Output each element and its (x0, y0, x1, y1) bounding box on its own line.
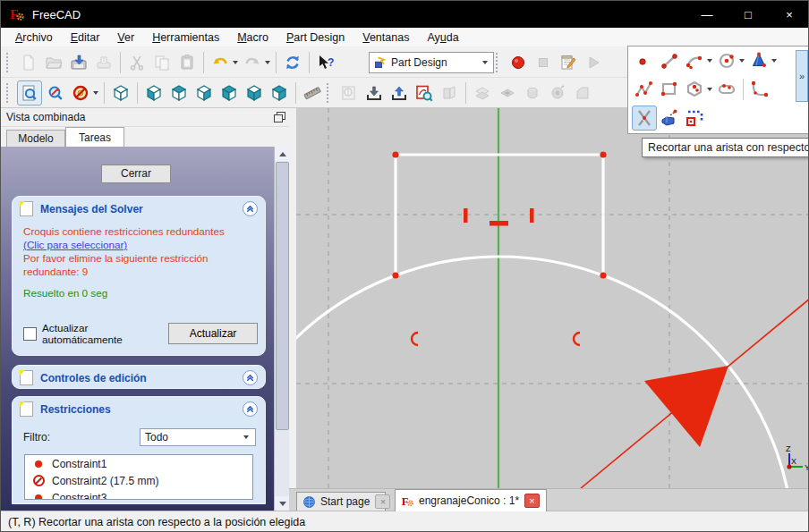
validate-sketch-button[interactable] (413, 81, 436, 105)
workbench-selector[interactable]: Part Design (369, 52, 494, 73)
redo-dropdown-arrow-icon[interactable] (265, 61, 270, 64)
sketch-viewport[interactable]: Z X Y (296, 108, 809, 488)
mirror-sketch-button[interactable] (438, 81, 461, 105)
update-button[interactable]: Actualizar (168, 323, 258, 344)
collapse-section-button[interactable] (243, 401, 258, 417)
constraint-list-item[interactable]: Constraint3 (25, 489, 252, 500)
fit-all-button[interactable] (17, 80, 42, 106)
print-button[interactable] (92, 51, 115, 74)
create-rectangle-button[interactable] (657, 77, 682, 102)
close-tab-button[interactable]: × (524, 494, 540, 508)
titlebar[interactable]: F FreeCAD — □ × (1, 1, 809, 28)
pad-button[interactable] (471, 81, 494, 105)
create-fillet-button[interactable] (747, 77, 772, 102)
maximize-button[interactable]: □ (728, 1, 769, 28)
zoom-selection-button[interactable] (44, 81, 67, 105)
close-task-button[interactable]: Cerrar (101, 165, 171, 183)
view-right-button[interactable] (192, 81, 216, 105)
whats-this-button[interactable]: ? (314, 51, 337, 74)
view-rear-button[interactable] (217, 81, 241, 105)
macro-record-button[interactable] (507, 51, 530, 74)
chamfer-button[interactable] (571, 81, 594, 105)
circle-dropdown-arrow-icon[interactable] (739, 59, 745, 63)
toolbar-handle[interactable] (6, 83, 13, 103)
toolbar-handle[interactable] (496, 53, 502, 72)
undo-dropdown-arrow-icon[interactable] (233, 61, 238, 64)
scroll-down-button[interactable] (275, 496, 289, 511)
menu-herramientas[interactable]: Herramientas (143, 28, 228, 47)
measure-button[interactable] (301, 81, 324, 105)
draw-style-dropdown-arrow-icon[interactable] (93, 91, 98, 95)
close-tab-button[interactable]: × (375, 494, 390, 509)
polygon-dropdown-arrow-icon[interactable] (707, 88, 712, 91)
menu-macro[interactable]: Macro (228, 28, 277, 47)
constraint-list-item[interactable]: Constraint1 (25, 455, 252, 472)
macro-play-button[interactable] (582, 51, 605, 74)
macro-stop-button[interactable] (532, 51, 555, 74)
menu-editar[interactable]: Editar (62, 28, 109, 47)
collapse-section-button[interactable] (243, 370, 258, 385)
new-file-button[interactable] (17, 51, 40, 74)
conic-dropdown-arrow-icon[interactable] (771, 59, 777, 63)
axis-z-label: Z (786, 444, 791, 453)
create-polyline-button[interactable] (632, 77, 657, 102)
auto-update-checkbox[interactable] (23, 327, 37, 341)
create-slot-button[interactable] (714, 77, 739, 102)
float-panel-icon[interactable] (274, 112, 285, 122)
groove-button[interactable] (546, 81, 569, 105)
task-panel-scrollbar[interactable] (274, 147, 289, 511)
toolbar-handle[interactable] (6, 53, 13, 72)
collapse-section-button[interactable] (243, 201, 258, 216)
open-file-button[interactable] (42, 51, 65, 74)
view-front-button[interactable] (142, 81, 166, 105)
tab-tareas[interactable]: Tareas (65, 127, 124, 147)
scroll-up-button[interactable] (275, 147, 289, 161)
view-top-button[interactable] (167, 81, 191, 105)
trim-edge-button[interactable] (632, 106, 657, 131)
create-circle-button[interactable] (714, 48, 739, 73)
menu-ayuda[interactable]: Ayuda (418, 28, 467, 47)
revolution-button[interactable] (521, 81, 544, 105)
refresh-button[interactable] (281, 51, 304, 74)
menu-ver[interactable]: Ver (108, 28, 143, 47)
external-geometry-button[interactable] (682, 106, 707, 131)
create-arc-button[interactable] (682, 48, 707, 73)
undo-button[interactable] (209, 51, 232, 74)
minimize-button[interactable]: — (686, 1, 728, 28)
create-line-button[interactable] (657, 48, 682, 73)
edit-sketch-button[interactable] (337, 81, 361, 105)
menu-archivo[interactable]: Archivo (6, 28, 62, 47)
filter-dropdown[interactable]: Todo (140, 428, 256, 446)
save-button[interactable] (67, 51, 90, 74)
macro-edit-button[interactable] (557, 51, 580, 74)
menu-part-design[interactable]: Part Design (277, 28, 353, 47)
view-isometric-button[interactable] (109, 81, 132, 105)
select-redundant-link[interactable]: (Clic para seleccionar) (23, 238, 127, 251)
scrollbar-thumb[interactable] (276, 162, 289, 430)
tab-label: engranajeConico : 1* (419, 494, 519, 507)
leave-sketch-button[interactable] (362, 81, 386, 105)
constraint-list-item[interactable]: Constraint2 (17.5 mm) (25, 472, 252, 489)
menu-ventanas[interactable]: Ventanas (353, 28, 418, 47)
pocket-button[interactable] (496, 81, 519, 105)
copy-button[interactable] (150, 51, 174, 74)
paste-button[interactable] (175, 51, 199, 74)
tab-modelo[interactable]: Modelo (6, 130, 65, 147)
cut-button[interactable] (125, 51, 149, 74)
panel-splitter[interactable] (289, 108, 296, 511)
create-polygon-button[interactable] (682, 77, 707, 102)
create-conic-button[interactable] (746, 48, 771, 73)
redo-button[interactable] (241, 51, 264, 74)
view-left-button[interactable] (268, 81, 291, 105)
draw-style-button[interactable] (69, 81, 92, 105)
extend-edge-button[interactable] (657, 106, 682, 131)
view-sketch-button[interactable] (387, 81, 411, 105)
tab-start-page[interactable]: Start page × (296, 492, 386, 511)
view-bottom-button[interactable] (243, 81, 266, 105)
arc-dropdown-arrow-icon[interactable] (707, 59, 712, 63)
toolbar-overflow-button[interactable]: » (796, 50, 808, 102)
create-point-button[interactable] (632, 48, 657, 73)
toolbar-handle[interactable] (327, 83, 333, 103)
tab-engranaje-conico[interactable]: F engranajeConico : 1* × (395, 489, 547, 511)
close-button[interactable]: × (769, 1, 809, 28)
